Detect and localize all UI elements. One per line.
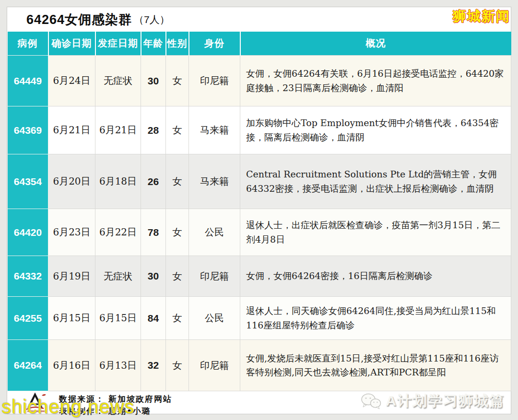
summary-cell: 女佣，女佣64264密接，16日隔离后检测确诊 <box>240 256 511 297</box>
column-header-age: 年龄 <box>141 32 166 56</box>
cases-table: 病例 确诊日期 发症日期 年龄 性别 身份 概况 64449 6月24日 无症状… <box>7 32 511 391</box>
age-cell: 30 <box>141 256 166 297</box>
site-badge: 狮城新闻 <box>453 7 510 25</box>
wechat-account-name: A计划学习狮城篇 <box>386 391 505 411</box>
table-row: 64332 6月19日 无症状 30 女 印尼籍 女佣，女佣64264密接，16… <box>8 256 511 297</box>
title-bar: 64264女佣感染群 （7人） <box>7 7 511 32</box>
identity-cell: 马来籍 <box>189 154 240 209</box>
case-number-cell: 64369 <box>8 106 48 154</box>
gender-cell: 女 <box>166 256 189 297</box>
summary-cell: 女佣，女佣64264有关联，6月16日起接受电话监控，64420家庭接触，23日… <box>240 56 511 106</box>
confirmed-date-cell: 6月24日 <box>48 56 95 106</box>
gender-cell: 女 <box>166 106 189 154</box>
case-number-cell: 64354 <box>8 154 48 209</box>
column-header-confirmed-date: 确诊日期 <box>48 32 95 56</box>
age-cell: 30 <box>141 56 166 106</box>
identity-cell: 马来籍 <box>189 106 240 154</box>
age-cell: 84 <box>141 297 166 340</box>
age-cell: 78 <box>141 209 166 256</box>
summary-cell: 退休人士，同天确诊女佣64264同住,接受当局为红山景115和116座组屋特别检… <box>240 297 511 340</box>
age-cell: 32 <box>141 340 166 391</box>
column-header-identity: 身份 <box>189 32 240 56</box>
watermark-text: shicheng.news <box>1 396 135 418</box>
wechat-account-line: A计划学习狮城篇 <box>360 391 505 411</box>
age-cell: 26 <box>141 154 166 209</box>
identity-cell: 印尼籍 <box>189 256 240 297</box>
identity-cell: 公民 <box>189 297 240 340</box>
summary-cell: 加东购物中心Top Employment女佣中介销售代表，64354密接，隔离后… <box>240 106 511 154</box>
table-header: 病例 确诊日期 发症日期 年龄 性别 身份 概况 <box>8 32 511 56</box>
summary-cell: Central Recruitment Solutions Pte Ltd的营销… <box>240 154 511 209</box>
case-number-cell: 64255 <box>8 297 48 340</box>
case-number-cell: 64449 <box>8 56 48 106</box>
onset-date-cell: 6月18日 <box>95 154 141 209</box>
gender-cell: 女 <box>166 209 189 256</box>
column-header-gender: 性别 <box>166 32 189 56</box>
wechat-icon <box>360 392 382 410</box>
column-header-summary: 概况 <box>240 32 511 56</box>
onset-date-cell: 6月22日 <box>95 209 141 256</box>
gender-cell: 女 <box>166 340 189 391</box>
table-row: 64420 6月23日 6月22日 78 女 公民 退休人士，出症状后就医检查确… <box>8 209 511 256</box>
confirmed-date-cell: 6月21日 <box>48 106 95 154</box>
summary-cell: 退休人士，出症状后就医检查确诊，疫苗第一剂3月15日，第二剂4月8日 <box>240 209 511 256</box>
confirmed-date-cell: 6月20日 <box>48 154 95 209</box>
table-row: 64264 6月16日 6月13日 32 女 印尼籍 女佣,发烧后未就医直到15… <box>8 340 511 391</box>
column-header-onset-date: 发症日期 <box>95 32 141 56</box>
column-header-case: 病例 <box>8 32 48 56</box>
summary-cell: 女佣,发烧后未就医直到15日,接受对红山景第115座和116座访客特别检测,同天… <box>240 340 511 391</box>
infographic-card: 64264女佣感染群 （7人） 病例 确诊日期 发症日期 年龄 性别 身份 概况… <box>7 7 511 414</box>
onset-date-cell: 6月21日 <box>95 106 141 154</box>
onset-date-cell: 无症状 <box>95 256 141 297</box>
case-number-cell: 64264 <box>8 340 48 391</box>
onset-date-cell: 无症状 <box>95 56 141 106</box>
age-cell: 28 <box>141 106 166 154</box>
confirmed-date-cell: 6月15日 <box>48 297 95 340</box>
onset-date-cell: 6月13日 <box>95 340 141 391</box>
table-body: 64449 6月24日 无症状 30 女 印尼籍 女佣，女佣64264有关联，6… <box>8 56 511 391</box>
page-title-count: （7人） <box>134 13 170 26</box>
gender-cell: 女 <box>166 154 189 209</box>
table-row: 64369 6月21日 6月21日 28 女 马来籍 加东购物中心Top Emp… <box>8 106 511 154</box>
confirmed-date-cell: 6月19日 <box>48 256 95 297</box>
table-row: 64255 6月15日 6月15日 84 女 公民 退休人士，同天确诊女佣642… <box>8 297 511 340</box>
identity-cell: 印尼籍 <box>189 56 240 106</box>
case-number-cell: 64420 <box>8 209 48 256</box>
confirmed-date-cell: 6月23日 <box>48 209 95 256</box>
gender-cell: 女 <box>166 56 189 106</box>
page-title: 64264女佣感染群 <box>26 11 132 28</box>
onset-date-cell: 6月15日 <box>95 297 141 340</box>
identity-cell: 公民 <box>189 209 240 256</box>
infographic-page: { "header": { "title": "64264女佣感染群", "ti… <box>0 0 518 420</box>
gender-cell: 女 <box>166 297 189 340</box>
case-number-cell: 64332 <box>8 256 48 297</box>
confirmed-date-cell: 6月16日 <box>48 340 95 391</box>
identity-cell: 印尼籍 <box>189 340 240 391</box>
table-row: 64449 6月24日 无症状 30 女 印尼籍 女佣，女佣64264有关联，6… <box>8 56 511 106</box>
table-header-row: 病例 确诊日期 发症日期 年龄 性别 身份 概况 <box>8 32 511 56</box>
table-row: 64354 6月20日 6月18日 26 女 马来籍 Central Recru… <box>8 154 511 209</box>
